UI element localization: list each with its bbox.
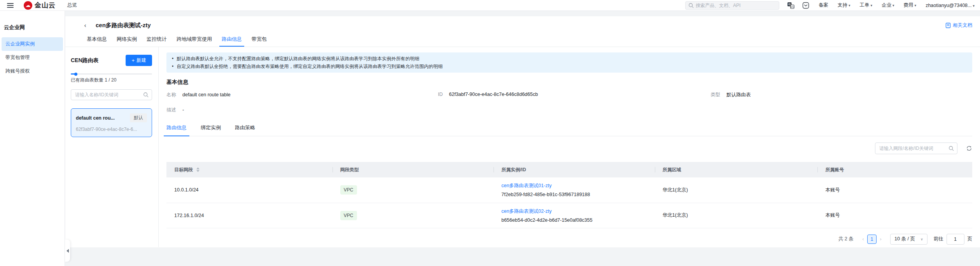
col-target-cidr: 目标网段	[166, 162, 332, 177]
type-label: 类型	[710, 92, 720, 98]
cell-account: 本账号	[817, 177, 972, 203]
quota-text: 已有路由表数量 1 / 20	[71, 77, 152, 83]
chevron-down-icon: ▾	[973, 4, 975, 8]
brand[interactable]: ☁ 金山云	[24, 1, 56, 10]
id-label: ID	[438, 92, 443, 97]
sidebar-item-cen-instances[interactable]: 云企业网实例	[2, 37, 63, 51]
route-table-name: default cen rou...	[76, 115, 115, 121]
panel-search-input[interactable]	[71, 89, 152, 100]
total-count: 共 2 条	[838, 236, 854, 242]
card-header: ‹ cen多路由表测试-zty 相关文档 基本信息 网络实例 监控统计 跨地域带…	[65, 16, 980, 47]
back-button[interactable]: ‹	[84, 22, 86, 29]
plus-icon: +	[131, 57, 135, 63]
col-instance-id: 所属实例/ID	[494, 162, 654, 177]
search-icon	[688, 3, 694, 9]
chevron-down-icon: ▾	[892, 3, 894, 7]
page-tabs: 基本信息 网络实例 监控统计 跨地域带宽使用 路由信息 带宽包	[87, 34, 276, 47]
tab-monitoring[interactable]: 监控统计	[147, 34, 167, 47]
cell-region: 华北1(北京)	[655, 177, 818, 203]
id-value: 62f3abf7-90ce-e4ac-8c7e-646c8d6d65cb	[449, 92, 538, 97]
goto-page-input[interactable]	[947, 234, 964, 245]
hamburger-icon[interactable]	[7, 3, 14, 8]
create-button[interactable]: + 新建	[126, 55, 152, 66]
cell-cidr: 172.16.1.0/24	[166, 203, 332, 228]
prev-page-button[interactable]: ‹	[859, 236, 867, 242]
instance-id: b656eb54-d0c2-4d2e-b6d7-15e0af08c355	[501, 217, 654, 223]
cell-region: 华北1(北京)	[655, 203, 818, 228]
basic-info-heading: 基本信息	[166, 79, 972, 86]
detail-tabs: 路由信息 绑定实例 路由策略	[166, 124, 972, 136]
instance-link[interactable]: cen多路由表测试01-zty	[501, 183, 654, 189]
content-card: ‹ cen多路由表测试-zty 相关文档 基本信息 网络实例 监控统计 跨地域带…	[65, 16, 980, 247]
topbar-right: 中 EN 备案 支持▾ 工单▾ 企业▾ 费用▾ zhaotianyu@73408…	[685, 1, 975, 10]
table-row: 172.16.1.0/24 VPC cen多路由表测试02-zty b656eb…	[166, 203, 972, 228]
name-value: default cen route table	[182, 92, 231, 97]
subtab-bound-instances[interactable]: 绑定实例	[201, 124, 221, 136]
language-icon[interactable]: 中 EN	[787, 2, 794, 9]
sidebar: 云企业网 云企业网实例 带宽包管理 跨账号授权	[0, 11, 65, 266]
col-region: 所属区域	[655, 162, 818, 177]
tab-basic-info[interactable]: 基本信息	[87, 34, 107, 47]
description-row: 描述 -	[166, 107, 972, 113]
route-table-list-item[interactable]: default cen rou... 默认 62f3abf7-90ce-e4ac…	[71, 108, 152, 137]
subtab-route-info[interactable]: 路由信息	[166, 124, 187, 136]
cen-route-table-panel: CEN路由表 + 新建 已有路由表数量 1 / 20	[65, 47, 159, 247]
basic-info-row: 名称 default cen route table ID 62f3abf7-9…	[166, 92, 972, 98]
col-account: 所属账号	[817, 162, 972, 177]
sidebar-item-bandwidth-packages[interactable]: 带宽包管理	[2, 51, 63, 64]
tab-route-info[interactable]: 路由信息	[222, 34, 242, 47]
table-header-row: 目标网段 网段类型 所属实例/ID 所属区域 所属账号	[166, 162, 972, 177]
menu-beian[interactable]: 备案	[819, 2, 828, 9]
menu-enterprise[interactable]: 企业▾	[882, 2, 894, 9]
table-search	[875, 143, 957, 154]
bullet-icon: •	[172, 63, 173, 70]
card-body: CEN路由表 + 新建 已有路由表数量 1 / 20	[65, 47, 980, 247]
user-account[interactable]: zhaotianyu@73408...▾	[926, 3, 975, 8]
refresh-icon[interactable]	[966, 145, 972, 151]
info-banner: •默认路由表默认全允许，不支持配置路由策略，绑定默认路由表的网络实例将从该路由表…	[166, 52, 972, 73]
subtab-route-policy[interactable]: 路由策略	[235, 124, 255, 136]
menu-workorder[interactable]: 工单▾	[860, 2, 873, 9]
goto-label: 前往	[934, 236, 943, 242]
cell-cidr: 10.0.1.0/24	[166, 177, 332, 203]
sidebar-title: 云企业网	[0, 11, 65, 31]
related-docs-link[interactable]: 相关文档	[945, 22, 972, 29]
route-table-id: 62f3abf7-90ce-e4ac-8c7e-6...	[76, 127, 147, 132]
panel-title: CEN路由表	[71, 57, 99, 64]
message-icon[interactable]	[802, 2, 809, 9]
banner-line-2: 自定义路由表默认全拒绝，需要配合路由发布策略使用，绑定自定义路由表的网络实例将从…	[177, 63, 443, 70]
page-size-select[interactable]: 10 条 / 页 ∨	[890, 234, 927, 245]
instance-link[interactable]: cen多路由表测试02-zty	[501, 208, 654, 215]
desc-label: 描述	[166, 107, 176, 113]
table-toolbar	[166, 143, 972, 154]
workspace: ‹ cen多路由表测试-zty 相关文档 基本信息 网络实例 监控统计 跨地域带…	[65, 11, 980, 266]
bullet-icon: •	[172, 55, 173, 63]
tab-bandwidth-package[interactable]: 带宽包	[252, 34, 267, 47]
sort-icon[interactable]	[196, 167, 200, 172]
menu-support[interactable]: 支持▾	[838, 2, 850, 9]
panel-search	[71, 89, 152, 100]
default-badge: 默认	[130, 113, 147, 122]
banner-line-1: 默认路由表默认全允许，不支持配置路由策略，绑定默认路由表的网络实例将从该路由表学…	[177, 55, 419, 63]
next-page-button[interactable]: ›	[877, 236, 885, 242]
routes-table: 目标网段 网段类型 所属实例/ID 所属区域 所属账号 10.0.1.0/24	[166, 162, 972, 228]
instance-id: 7f2eb259-fd82-485e-b91c-53f967189188	[501, 192, 654, 197]
vpc-badge: VPC	[340, 211, 357, 220]
global-search	[685, 1, 779, 10]
menu-billing[interactable]: 费用▾	[904, 2, 917, 9]
sidebar-item-cross-account-auth[interactable]: 跨账号授权	[2, 64, 63, 78]
page-number-button[interactable]: 1	[867, 235, 877, 244]
tab-cross-region-bandwidth[interactable]: 跨地域带宽使用	[177, 34, 212, 47]
global-search-input[interactable]	[685, 1, 779, 10]
chevron-down-icon: ▾	[871, 3, 873, 7]
desc-value: -	[182, 107, 184, 113]
panel-collapse-handle[interactable]	[65, 240, 70, 262]
tab-network-instances[interactable]: 网络实例	[117, 34, 137, 47]
col-cidr-type: 网段类型	[332, 162, 494, 177]
table-search-input[interactable]	[875, 143, 957, 154]
topbar: ☁ 金山云 总览 中 EN 备案 支持▾ 工单▾ 企业▾	[0, 0, 980, 11]
collapse-icon	[66, 249, 69, 253]
type-value: 默认路由表	[726, 92, 751, 98]
page-title: cen多路由表测试-zty	[96, 22, 151, 29]
topbar-overview-link[interactable]: 总览	[67, 2, 77, 9]
